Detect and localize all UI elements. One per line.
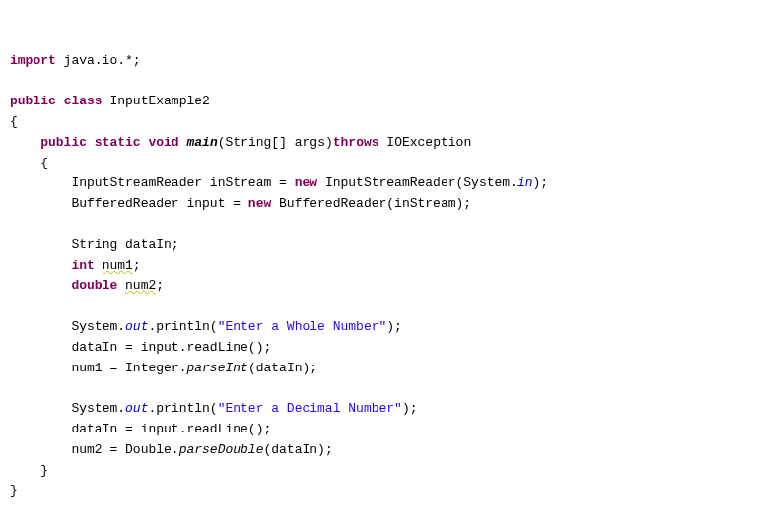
sys-out: System. (71, 319, 125, 334)
kw-int: int (71, 258, 94, 273)
println-open: .println( (148, 401, 217, 416)
sys-out: System. (71, 401, 125, 416)
class-name: InputExample2 (109, 94, 209, 108)
kw-new: new (295, 175, 317, 190)
isr-decl: InputStreamReader inStream = (71, 175, 294, 190)
isr-end: ); (533, 175, 549, 190)
method-main: main (187, 135, 218, 150)
kw-static: static (95, 135, 141, 150)
println-close: ); (386, 319, 402, 334)
kw-public: public (40, 135, 87, 150)
import-pkg: java.io.*; (56, 53, 141, 68)
println-close: ); (402, 401, 418, 416)
isr-ctor: InputStreamReader(System. (317, 175, 517, 190)
kw-void: void (148, 135, 178, 150)
kw-public: public (10, 94, 56, 108)
string-decl: String dataIn; (71, 237, 178, 252)
parse-double-args: (dataIn); (263, 442, 332, 457)
field-out: out (125, 401, 148, 416)
readline-2: dataIn = input.readLine(); (71, 422, 271, 436)
kw-class: class (64, 94, 103, 108)
br-decl: BufferedReader input = (71, 196, 247, 211)
semi: ; (133, 258, 141, 273)
string-literal: "Enter a Whole Number" (218, 319, 387, 334)
parse-int-args: (dataIn); (248, 361, 317, 375)
println-open: .println( (148, 319, 217, 334)
string-literal: "Enter a Decimal Number" (218, 401, 402, 416)
parse-int-call: num1 = Integer. (71, 361, 186, 375)
kw-import: import (10, 53, 56, 68)
throws-type: IOException (379, 135, 472, 150)
var-num2: num2 (125, 278, 156, 293)
field-in: in (517, 175, 533, 190)
semi: ; (156, 278, 164, 293)
br-ctor: BufferedReader(inStream); (271, 196, 471, 211)
field-out: out (125, 319, 148, 334)
kw-throws: throws (333, 135, 379, 150)
kw-double: double (71, 278, 117, 293)
readline-1: dataIn = input.readLine(); (71, 340, 271, 355)
parse-double-call: num2 = Double. (71, 442, 178, 457)
method-parseint: parseInt (186, 361, 247, 375)
kw-new: new (248, 196, 271, 211)
var-num1: num1 (103, 258, 133, 273)
code-block: import java.io.*; public class InputExam… (10, 51, 747, 502)
main-params: (String[] args) (218, 135, 333, 150)
method-parsedouble: parseDouble (179, 442, 264, 457)
